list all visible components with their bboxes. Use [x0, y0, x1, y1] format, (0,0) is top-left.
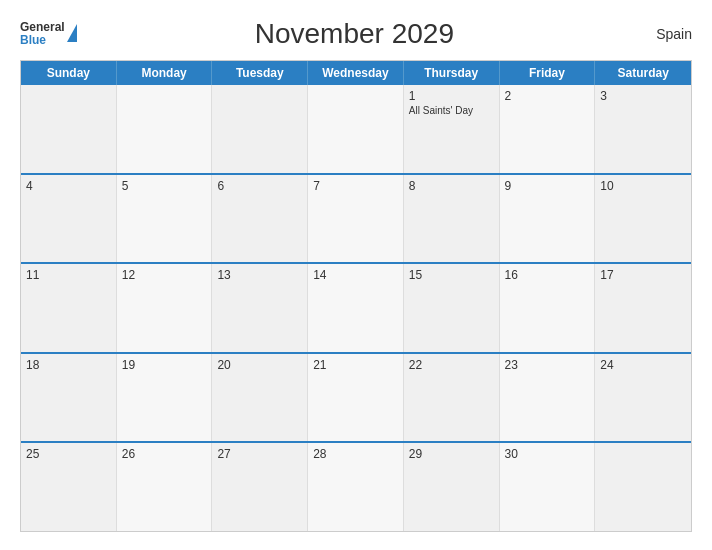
cal-cell-4-1: 26 [117, 443, 213, 531]
day-number: 25 [26, 447, 111, 461]
cal-cell-1-6: 10 [595, 175, 691, 263]
cal-cell-3-5: 23 [500, 354, 596, 442]
col-monday: Monday [117, 61, 213, 85]
cal-cell-2-1: 12 [117, 264, 213, 352]
day-number: 28 [313, 447, 398, 461]
day-number: 7 [313, 179, 398, 193]
col-tuesday: Tuesday [212, 61, 308, 85]
logo-triangle-icon [67, 24, 77, 42]
page-title: November 2029 [77, 18, 632, 50]
day-number: 1 [409, 89, 494, 103]
day-number: 29 [409, 447, 494, 461]
cal-cell-2-2: 13 [212, 264, 308, 352]
col-wednesday: Wednesday [308, 61, 404, 85]
cal-cell-1-4: 8 [404, 175, 500, 263]
day-number: 14 [313, 268, 398, 282]
day-number: 12 [122, 268, 207, 282]
week-row-2: 45678910 [21, 173, 691, 263]
cal-cell-4-3: 28 [308, 443, 404, 531]
cal-cell-3-6: 24 [595, 354, 691, 442]
logo: General Blue [20, 21, 77, 47]
day-number: 4 [26, 179, 111, 193]
day-number: 18 [26, 358, 111, 372]
day-number: 21 [313, 358, 398, 372]
cal-cell-3-1: 19 [117, 354, 213, 442]
calendar-body: 1All Saints' Day234567891011121314151617… [21, 85, 691, 531]
day-number: 5 [122, 179, 207, 193]
week-row-3: 11121314151617 [21, 262, 691, 352]
day-number: 9 [505, 179, 590, 193]
cal-cell-0-1 [117, 85, 213, 173]
cal-cell-1-1: 5 [117, 175, 213, 263]
col-thursday: Thursday [404, 61, 500, 85]
col-saturday: Saturday [595, 61, 691, 85]
cal-cell-0-4: 1All Saints' Day [404, 85, 500, 173]
col-sunday: Sunday [21, 61, 117, 85]
cal-cell-4-0: 25 [21, 443, 117, 531]
week-row-4: 18192021222324 [21, 352, 691, 442]
week-row-5: 252627282930 [21, 441, 691, 531]
cal-cell-0-5: 2 [500, 85, 596, 173]
cal-cell-3-2: 20 [212, 354, 308, 442]
holiday-name: All Saints' Day [409, 105, 494, 116]
calendar-header: General Blue November 2029 Spain [20, 18, 692, 50]
cal-cell-4-4: 29 [404, 443, 500, 531]
cal-cell-4-5: 30 [500, 443, 596, 531]
week-row-1: 1All Saints' Day23 [21, 85, 691, 173]
day-number: 20 [217, 358, 302, 372]
cal-cell-0-6: 3 [595, 85, 691, 173]
cal-cell-2-5: 16 [500, 264, 596, 352]
calendar-header-row: Sunday Monday Tuesday Wednesday Thursday… [21, 61, 691, 85]
col-friday: Friday [500, 61, 596, 85]
cal-cell-2-4: 15 [404, 264, 500, 352]
day-number: 19 [122, 358, 207, 372]
cal-cell-2-3: 14 [308, 264, 404, 352]
cal-cell-1-3: 7 [308, 175, 404, 263]
cal-cell-4-6 [595, 443, 691, 531]
logo-blue-text: Blue [20, 34, 65, 47]
day-number: 16 [505, 268, 590, 282]
cal-cell-2-6: 17 [595, 264, 691, 352]
day-number: 26 [122, 447, 207, 461]
day-number: 6 [217, 179, 302, 193]
day-number: 24 [600, 358, 686, 372]
cal-cell-0-2 [212, 85, 308, 173]
cal-cell-1-2: 6 [212, 175, 308, 263]
day-number: 15 [409, 268, 494, 282]
day-number: 17 [600, 268, 686, 282]
logo-text: General Blue [20, 21, 65, 47]
cal-cell-1-0: 4 [21, 175, 117, 263]
day-number: 11 [26, 268, 111, 282]
day-number: 30 [505, 447, 590, 461]
cal-cell-0-3 [308, 85, 404, 173]
cal-cell-0-0 [21, 85, 117, 173]
cal-cell-3-0: 18 [21, 354, 117, 442]
country-label: Spain [632, 26, 692, 42]
day-number: 27 [217, 447, 302, 461]
page: General Blue November 2029 Spain Sunday … [0, 0, 712, 550]
cal-cell-1-5: 9 [500, 175, 596, 263]
cal-cell-2-0: 11 [21, 264, 117, 352]
day-number: 13 [217, 268, 302, 282]
day-number: 10 [600, 179, 686, 193]
cal-cell-4-2: 27 [212, 443, 308, 531]
cal-cell-3-3: 21 [308, 354, 404, 442]
cal-cell-3-4: 22 [404, 354, 500, 442]
day-number: 22 [409, 358, 494, 372]
calendar: Sunday Monday Tuesday Wednesday Thursday… [20, 60, 692, 532]
day-number: 8 [409, 179, 494, 193]
day-number: 23 [505, 358, 590, 372]
day-number: 2 [505, 89, 590, 103]
day-number: 3 [600, 89, 686, 103]
